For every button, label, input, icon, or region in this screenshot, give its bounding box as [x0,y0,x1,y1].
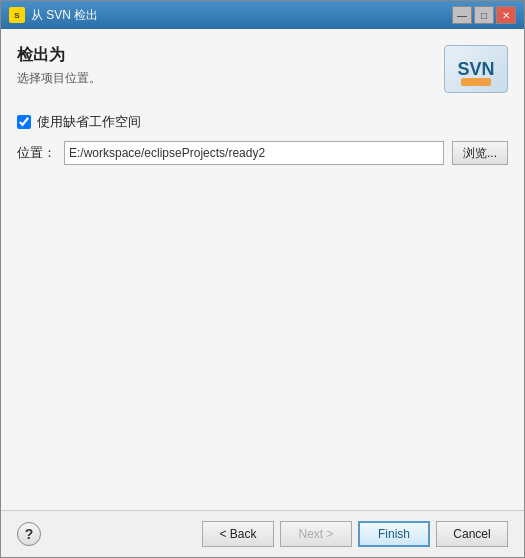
svn-logo: SVN [444,45,508,93]
next-button[interactable]: Next > [280,521,352,547]
header-text: 检出为 选择项目位置。 [17,45,101,87]
page-title: 检出为 [17,45,101,66]
checkbox-row: 使用缺省工作空间 [17,113,508,131]
close-button[interactable]: ✕ [496,6,516,24]
back-button[interactable]: < Back [202,521,274,547]
form-section: 使用缺省工作空间 位置： 浏览... [17,113,508,165]
maximize-button[interactable]: □ [474,6,494,24]
cancel-button[interactable]: Cancel [436,521,508,547]
finish-button[interactable]: Finish [358,521,430,547]
default-workspace-checkbox[interactable] [17,115,31,129]
header-section: 检出为 选择项目位置。 SVN [17,45,508,93]
location-label: 位置： [17,144,56,162]
content-area: 检出为 选择项目位置。 SVN 使用缺省工作空间 位置： 浏览... [1,29,524,510]
svg-text:S: S [14,11,20,20]
footer-left: ? [17,522,41,546]
help-button[interactable]: ? [17,522,41,546]
page-subtitle: 选择项目位置。 [17,70,101,87]
window-icon: S [9,7,25,23]
dialog-window: S 从 SVN 检出 — □ ✕ 检出为 选择项目位置。 SVN 使用缺省工作空… [0,0,525,558]
spacer [17,165,508,494]
location-input[interactable] [64,141,444,165]
window-title: 从 SVN 检出 [31,7,452,24]
minimize-button[interactable]: — [452,6,472,24]
footer: ? < Back Next > Finish Cancel [1,510,524,557]
footer-buttons: < Back Next > Finish Cancel [202,521,508,547]
title-bar: S 从 SVN 检出 — □ ✕ [1,1,524,29]
window-controls: — □ ✕ [452,6,516,24]
checkbox-label[interactable]: 使用缺省工作空间 [37,113,141,131]
browse-button[interactable]: 浏览... [452,141,508,165]
location-row: 位置： 浏览... [17,141,508,165]
